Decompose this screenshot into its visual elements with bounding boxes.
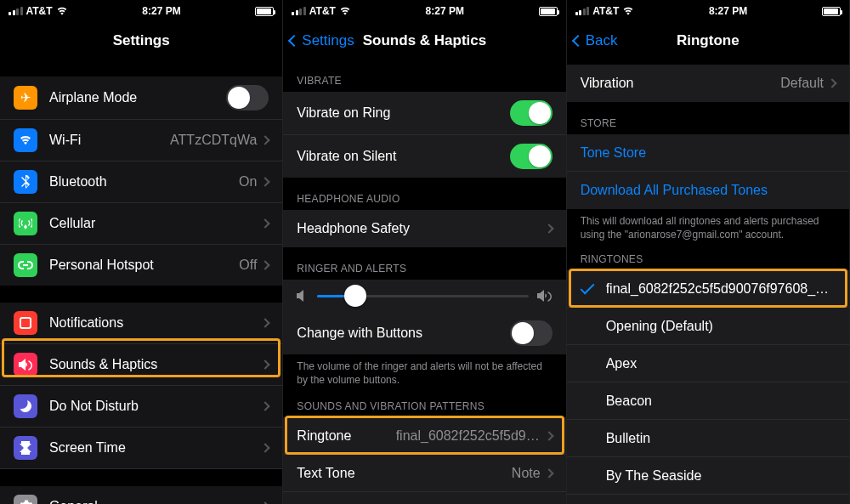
airplane-toggle[interactable] bbox=[226, 85, 269, 110]
label: Sounds & Haptics bbox=[49, 357, 262, 372]
ringtone-name: Opening (Default) bbox=[606, 319, 836, 334]
chevron-right-icon bbox=[261, 318, 270, 327]
row-ringtone-option[interactable]: final_6082f252c5f5d90076f97608_5… bbox=[567, 270, 849, 308]
navbar: Settings Sounds & Haptics bbox=[283, 22, 565, 59]
row-ringtone-option[interactable]: Beacon bbox=[567, 382, 849, 420]
cellular-icon bbox=[14, 212, 37, 235]
chevron-right-icon bbox=[261, 360, 270, 369]
row-personal-hotspot[interactable]: Personal Hotspot Off bbox=[0, 245, 282, 286]
label: Screen Time bbox=[49, 440, 262, 456]
general-icon bbox=[14, 495, 37, 504]
phone-settings: AT&T 8:27 PM Settings ✈︎ Airplane Mode W… bbox=[0, 0, 283, 504]
row-vibration[interactable]: Vibration Default bbox=[567, 65, 849, 102]
row-volume-slider[interactable] bbox=[283, 280, 565, 312]
row-general[interactable]: General bbox=[0, 486, 282, 504]
wifi-icon bbox=[14, 128, 37, 152]
label: Vibrate on Ring bbox=[297, 105, 509, 121]
chevron-right-icon bbox=[827, 78, 836, 88]
row-bluetooth[interactable]: Bluetooth On bbox=[0, 161, 282, 203]
navbar: Settings bbox=[0, 22, 282, 59]
row-change-with-buttons[interactable]: Change with Buttons bbox=[283, 312, 565, 354]
sounds-list[interactable]: VIBRATE Vibrate on Ring Vibrate on Silen… bbox=[283, 59, 565, 504]
patterns-header: SOUNDS AND VIBRATION PATTERNS bbox=[283, 394, 565, 417]
ringtone-name: Apex bbox=[606, 356, 836, 371]
chevron-left-icon bbox=[572, 35, 584, 47]
row-cellular[interactable]: Cellular bbox=[0, 203, 282, 245]
dnd-icon bbox=[14, 394, 37, 418]
chevron-right-icon bbox=[544, 224, 553, 233]
ringtone-name: Bulletin bbox=[606, 431, 836, 446]
row-sounds-haptics[interactable]: Sounds & Haptics bbox=[0, 344, 282, 386]
row-ringtone-option[interactable]: Apex bbox=[567, 345, 849, 382]
label: Notifications bbox=[49, 315, 262, 331]
vibrate-ring-toggle[interactable] bbox=[510, 100, 552, 126]
status-bar: AT&T 8:27 PM bbox=[567, 0, 849, 22]
navbar: Back Ringtone bbox=[567, 22, 849, 59]
wifi-icon bbox=[56, 7, 68, 15]
row-airplane-mode[interactable]: ✈︎ Airplane Mode bbox=[0, 76, 282, 120]
chevron-right-icon bbox=[261, 260, 270, 269]
vibrate-silent-toggle[interactable] bbox=[510, 144, 552, 169]
sounds-icon bbox=[14, 353, 37, 377]
battery-icon bbox=[255, 7, 274, 16]
ringtones-group: final_6082f252c5f5d90076f97608_5…Opening… bbox=[567, 270, 849, 504]
signal-icon bbox=[575, 7, 590, 15]
row-ringtone-option[interactable]: Chimes bbox=[567, 495, 849, 504]
bluetooth-icon bbox=[14, 170, 37, 194]
chevron-right-icon bbox=[544, 431, 553, 440]
row-download-all[interactable]: Download All Purchased Tones bbox=[567, 172, 849, 209]
change-buttons-toggle[interactable] bbox=[510, 320, 552, 346]
time-label: 8:27 PM bbox=[426, 5, 464, 17]
page-title: Sounds & Haptics bbox=[363, 32, 486, 49]
back-button[interactable]: Back bbox=[574, 22, 618, 59]
label: Bluetooth bbox=[49, 174, 239, 190]
chevron-right-icon bbox=[544, 468, 553, 478]
airplane-icon: ✈︎ bbox=[14, 86, 37, 110]
signal-icon bbox=[292, 7, 306, 15]
row-screen-time[interactable]: Screen Time bbox=[0, 428, 282, 469]
value: Off bbox=[239, 258, 257, 273]
vibrate-header: VIBRATE bbox=[283, 59, 565, 92]
value: ATTzCDTqWa bbox=[170, 133, 257, 148]
row-ringtone-option[interactable]: Bulletin bbox=[567, 420, 849, 457]
row-wifi[interactable]: Wi-Fi ATTzCDTqWa bbox=[0, 120, 282, 161]
phone-sounds-haptics: AT&T 8:27 PM Settings Sounds & Haptics V… bbox=[283, 0, 566, 504]
row-do-not-disturb[interactable]: Do Not Disturb bbox=[0, 386, 282, 428]
store-footer: This will download all ringtones and ale… bbox=[567, 209, 849, 248]
value: On bbox=[239, 174, 257, 190]
row-new-voicemail[interactable]: New Voicemail Keys bbox=[283, 492, 565, 504]
row-vibrate-on-ring[interactable]: Vibrate on Ring bbox=[283, 92, 565, 135]
signal-icon bbox=[8, 7, 23, 15]
row-ringtone-option[interactable]: Opening (Default) bbox=[567, 308, 849, 345]
label: Tone Store bbox=[581, 145, 836, 161]
label: Wi-Fi bbox=[49, 133, 170, 148]
label: Vibrate on Silent bbox=[297, 149, 509, 164]
status-bar: AT&T 8:27 PM bbox=[283, 0, 565, 22]
notifications-icon bbox=[14, 311, 37, 335]
back-button[interactable]: Settings bbox=[290, 22, 354, 59]
row-headphone-safety[interactable]: Headphone Safety bbox=[283, 210, 565, 247]
volume-high-icon bbox=[537, 290, 552, 302]
row-ringtone-option[interactable]: By The Seaside bbox=[567, 457, 849, 495]
ringer-header: RINGER AND ALERTS bbox=[283, 247, 565, 280]
volume-slider[interactable] bbox=[317, 295, 528, 297]
ringtone-name: By The Seaside bbox=[606, 468, 836, 484]
phone-ringtone: AT&T 8:27 PM Back Ringtone Vibration Def… bbox=[567, 0, 850, 504]
label: General bbox=[49, 499, 262, 504]
row-ringtone[interactable]: Ringtone final_6082f252c5f5d90076f97… bbox=[283, 417, 565, 455]
settings-list[interactable]: ✈︎ Airplane Mode Wi-Fi ATTzCDTqWa Blueto… bbox=[0, 59, 282, 504]
status-bar: AT&T 8:27 PM bbox=[0, 0, 282, 22]
wifi-icon bbox=[622, 7, 634, 15]
row-vibrate-on-silent[interactable]: Vibrate on Silent bbox=[283, 135, 565, 178]
value: final_6082f252c5f5d90076f97… bbox=[396, 428, 541, 444]
ringtone-list[interactable]: Vibration Default STORE Tone Store Downl… bbox=[567, 59, 849, 504]
page-title: Settings bbox=[113, 32, 170, 49]
time-label: 8:27 PM bbox=[709, 5, 747, 17]
row-notifications[interactable]: Notifications bbox=[0, 303, 282, 344]
label: Vibration bbox=[581, 76, 781, 91]
volume-low-icon bbox=[297, 290, 309, 302]
chevron-right-icon bbox=[261, 401, 270, 411]
row-text-tone[interactable]: Text Tone Note bbox=[283, 455, 565, 492]
screentime-icon bbox=[14, 436, 37, 460]
row-tone-store[interactable]: Tone Store bbox=[567, 134, 849, 172]
